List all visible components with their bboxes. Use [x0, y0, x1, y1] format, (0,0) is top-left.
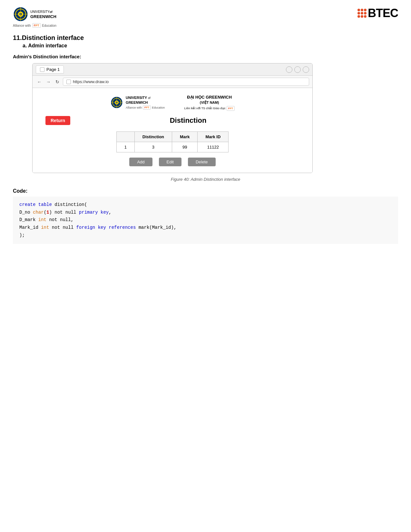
tab-label: Page 1	[46, 67, 60, 72]
code-label: Code:	[13, 188, 398, 194]
fpt-badge-vn: FPT	[227, 106, 235, 111]
col-header-no	[116, 131, 134, 142]
greenwich-logo-text: UNIVERSITYof GREENWICH	[30, 9, 56, 19]
alliance-text: Alliance with FPT Education	[13, 23, 56, 28]
address-icon	[66, 80, 71, 84]
distinction-table: Distinction Mark Mark ID 1 3 99 11122	[116, 131, 229, 152]
browser-tab[interactable]: Page 1	[36, 65, 64, 73]
page-content: UNIVERSITY ofGREENWICH Alliance with FPT…	[33, 88, 312, 173]
browser-nav: ← → ↻ https://www.draw.io	[33, 76, 312, 88]
window-controls	[286, 66, 309, 73]
uni-logo-icon	[110, 96, 123, 109]
win-btn-2[interactable]	[294, 66, 301, 73]
section-sub: a. Admin interface	[23, 43, 398, 49]
edit-button[interactable]: Edit	[159, 158, 181, 166]
table-wrapper: Distinction Mark Mark ID 1 3 99 11122	[45, 131, 299, 152]
delete-button[interactable]: Delete	[188, 158, 216, 166]
win-btn-3[interactable]	[303, 66, 309, 73]
page-header-logos: UNIVERSITY ofGREENWICH Alliance with FPT…	[45, 94, 299, 111]
return-button[interactable]: Return	[45, 116, 70, 125]
tab-icon	[40, 67, 44, 72]
btec-text: BTEC	[368, 6, 398, 20]
address-bar[interactable]: https://www.draw.io	[63, 78, 309, 86]
col-header-mark: Mark	[172, 131, 198, 142]
btec-dots	[357, 9, 367, 18]
dai-hoc-sub: Liên kết với TS chất Giáo dục FPT	[184, 106, 235, 111]
action-buttons: Add Edit Delete	[45, 158, 299, 166]
dai-hoc-block: ĐẠI HỌC GREENWICH (VIỆT NAM) Liên kết vớ…	[184, 94, 235, 111]
btec-logo: BTEC	[357, 6, 398, 20]
url-text: https://www.draw.io	[73, 79, 109, 84]
browser-mockup: Page 1 ← → ↻ https://www.draw.io	[32, 63, 313, 173]
win-btn-1[interactable]	[286, 66, 292, 73]
col-header-mark-id: Mark ID	[198, 131, 229, 142]
page-header: UNIVERSITYof GREENWICH Alliance with FPT…	[13, 6, 398, 28]
uni-logo-block: UNIVERSITY ofGREENWICH Alliance with FPT…	[110, 94, 165, 111]
forward-button[interactable]: →	[45, 78, 52, 85]
uni-logo-text: UNIVERSITY ofGREENWICH	[126, 95, 165, 105]
code-block: create table distinction( D_no char(1) n…	[13, 197, 398, 244]
add-button[interactable]: Add	[129, 158, 152, 166]
admin-label: Admin's Distinction interface:	[13, 54, 398, 59]
col-header-distinction: Distinction	[134, 131, 172, 142]
page-title-bar: Return Distinction	[45, 116, 299, 125]
fpt-badge-small: FPT	[143, 105, 151, 110]
row-mark: 99	[172, 142, 198, 152]
browser-toolbar: Page 1	[33, 63, 312, 76]
table-row: 1 3 99 11122	[116, 142, 229, 152]
refresh-button[interactable]: ↻	[54, 78, 61, 85]
distinction-title: Distinction	[77, 116, 299, 125]
figure-caption: Figure 40: Admin Distinction interface	[13, 177, 398, 182]
greenwich-logo-icon	[13, 6, 28, 22]
row-no: 1	[116, 142, 134, 152]
uni-sub-text: Alliance with FPT Education	[126, 105, 165, 110]
fpt-badge: FPT	[32, 23, 41, 28]
section-title: 11.Distinction interface	[13, 34, 398, 42]
back-button[interactable]: ←	[36, 78, 43, 85]
row-mark-id: 11122	[198, 142, 229, 152]
row-distinction: 3	[134, 142, 172, 152]
greenwich-logo: UNIVERSITYof GREENWICH Alliance with FPT…	[13, 6, 56, 28]
